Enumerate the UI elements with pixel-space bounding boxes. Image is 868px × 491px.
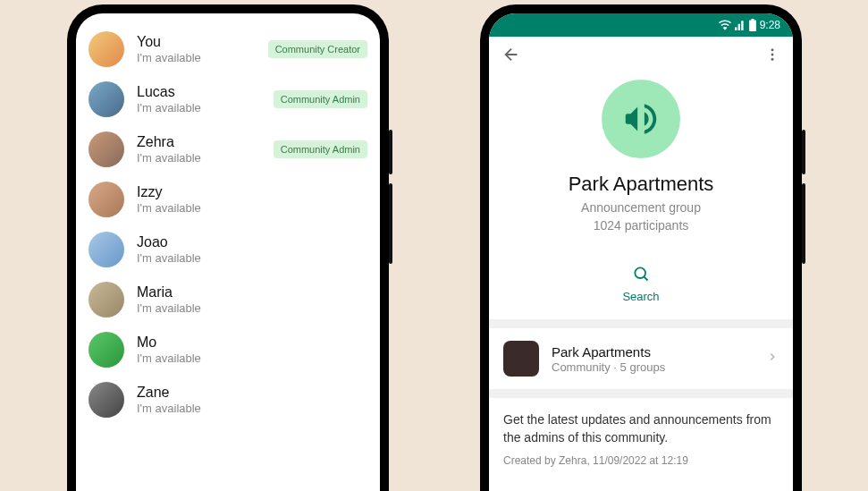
community-name: Park Apartments (552, 344, 766, 360)
member-name: Zehra (137, 134, 274, 150)
avatar (88, 232, 124, 267)
more-vert-icon[interactable] (764, 47, 780, 66)
member-name: Lucas (137, 84, 274, 100)
phone-frame-left: YouI'm availableCommunity CreatorLucasI'… (67, 4, 389, 491)
back-arrow-icon[interactable] (501, 45, 521, 68)
member-status: I'm available (137, 101, 274, 114)
side-button (802, 183, 805, 264)
member-name: You (137, 34, 268, 50)
member-text: IzzyI'm available (137, 184, 367, 215)
screen-left: YouI'm availableCommunity CreatorLucasI'… (76, 13, 380, 491)
status-time: 9:28 (760, 19, 780, 31)
member-status: I'm available (137, 251, 367, 265)
description-text: Get the latest updates and announcements… (503, 411, 779, 447)
screen-right: 9:28 Park Apartments Announcement group … (489, 13, 793, 491)
side-button (802, 130, 805, 174)
avatar (88, 182, 124, 217)
phone-frame-right: 9:28 Park Apartments Announcement group … (480, 4, 802, 491)
section-divider (489, 389, 793, 398)
description-block: Get the latest updates and announcements… (489, 398, 793, 479)
member-text: JoaoI'm available (137, 234, 367, 265)
group-header: Park Apartments Announcement group 1024 … (489, 76, 793, 252)
member-row[interactable]: LucasI'm availableCommunity Admin (88, 74, 367, 124)
community-thumbnail (503, 341, 539, 377)
member-row[interactable]: ZehraI'm availableCommunity Admin (88, 124, 367, 174)
role-badge: Community Creator (268, 40, 367, 58)
side-button (389, 183, 392, 264)
avatar (88, 81, 124, 117)
megaphone-icon (602, 80, 680, 158)
svg-point-2 (771, 58, 774, 61)
member-row[interactable]: ZaneI'm available (88, 375, 367, 425)
search-button[interactable]: Search (489, 252, 793, 319)
community-text: Park Apartments Community · 5 groups (552, 344, 766, 374)
member-name: Maria (137, 284, 367, 301)
member-row[interactable]: MariaI'm available (88, 275, 367, 325)
community-subtitle: Community · 5 groups (552, 360, 766, 374)
member-name: Joao (137, 234, 367, 250)
group-subtitle: Announcement group (507, 199, 775, 217)
section-divider (489, 319, 793, 328)
wifi-icon (719, 20, 731, 30)
member-name: Zane (137, 385, 367, 401)
chevron-right-icon (766, 350, 779, 368)
group-participants: 1024 participants (507, 217, 775, 235)
member-row[interactable]: JoaoI'm available (88, 224, 367, 275)
search-label: Search (489, 290, 793, 303)
member-row[interactable]: MoI'm available (88, 325, 367, 375)
member-text: MariaI'm available (137, 284, 367, 315)
status-bar: 9:28 (489, 13, 793, 37)
member-row[interactable]: YouI'm availableCommunity Creator (88, 24, 367, 74)
member-text: ZaneI'm available (137, 385, 367, 415)
search-icon (632, 265, 650, 283)
side-button (389, 130, 392, 174)
svg-point-1 (771, 54, 774, 56)
svg-point-0 (771, 48, 774, 51)
member-status: I'm available (137, 301, 367, 315)
role-badge: Community Admin (274, 90, 367, 108)
svg-point-3 (635, 268, 645, 279)
member-text: ZehraI'm available (137, 134, 274, 165)
avatar (88, 31, 124, 67)
member-status: I'm available (137, 151, 274, 165)
role-badge: Community Admin (274, 140, 367, 158)
avatar (88, 332, 124, 368)
topbar (489, 37, 793, 76)
member-list: YouI'm availableCommunity CreatorLucasI'… (76, 13, 380, 425)
member-text: LucasI'm available (137, 84, 274, 114)
signal-icon (735, 20, 746, 30)
member-text: YouI'm available (137, 34, 268, 64)
community-row[interactable]: Park Apartments Community · 5 groups (489, 328, 793, 389)
created-meta: Created by Zehra, 11/09/2022 at 12:19 (503, 454, 779, 467)
avatar (88, 382, 124, 418)
member-name: Izzy (137, 184, 367, 200)
member-status: I'm available (137, 51, 268, 64)
member-text: MoI'm available (137, 334, 367, 365)
avatar (88, 282, 124, 317)
avatar (88, 131, 124, 167)
member-status: I'm available (137, 201, 367, 215)
member-status: I'm available (137, 402, 367, 415)
member-row[interactable]: IzzyI'm available (88, 174, 367, 224)
group-title: Park Apartments (507, 173, 775, 196)
member-status: I'm available (137, 351, 367, 365)
member-name: Mo (137, 334, 367, 351)
battery-icon (749, 19, 756, 31)
